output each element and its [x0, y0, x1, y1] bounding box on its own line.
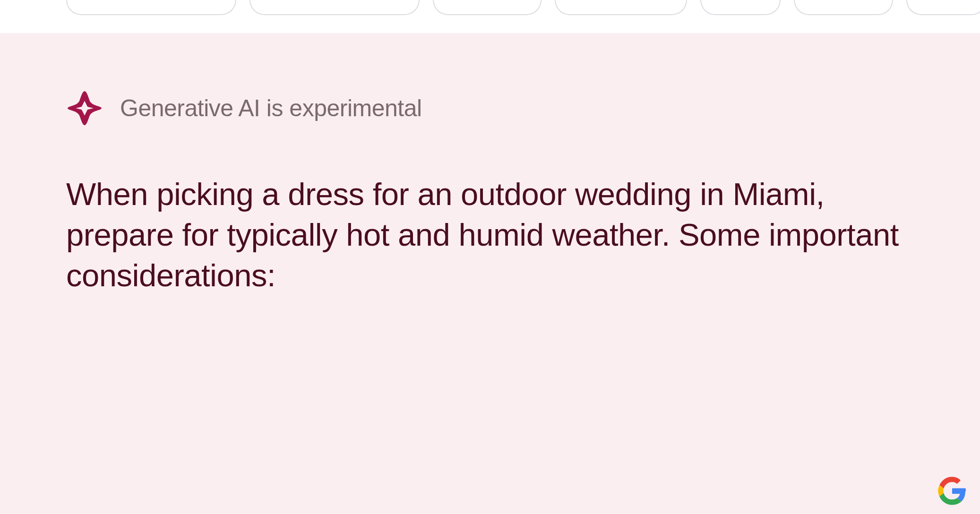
sparkle-icon: [66, 90, 103, 127]
filter-chip[interactable]: [249, 0, 420, 15]
ai-experimental-label: Generative AI is experimental: [120, 94, 422, 122]
filter-chip[interactable]: [906, 0, 980, 15]
filter-chip[interactable]: [794, 0, 893, 15]
google-logo-icon: [937, 476, 967, 505]
filter-chip[interactable]: [433, 0, 542, 15]
top-chip-row: [0, 0, 980, 15]
filter-chip[interactable]: [555, 0, 687, 15]
filter-chip[interactable]: [66, 0, 236, 15]
ai-answer-text: When picking a dress for an outdoor wedd…: [66, 174, 914, 295]
filter-chip[interactable]: [700, 0, 781, 15]
ai-panel-header: Generative AI is experimental: [66, 90, 914, 127]
generative-ai-panel: Generative AI is experimental When picki…: [0, 33, 980, 514]
